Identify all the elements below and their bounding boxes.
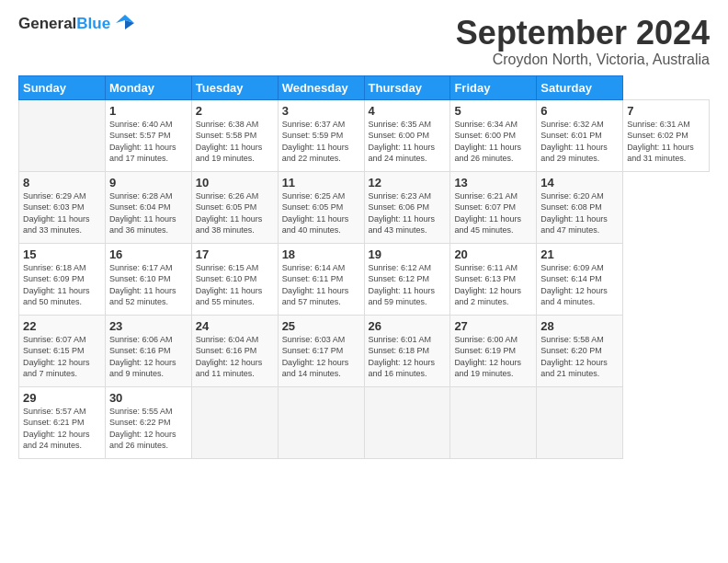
day-number: 11 [282,176,360,190]
day-number: 1 [109,104,188,118]
day-info: Sunrise: 6:15 AM Sunset: 6:10 PM Dayligh… [196,262,274,308]
day-info: Sunrise: 6:28 AM Sunset: 6:04 PM Dayligh… [109,190,188,236]
day-info: Sunrise: 6:31 AM Sunset: 6:02 PM Dayligh… [627,119,705,165]
calendar-subtitle: Croydon North, Victoria, Australia [456,52,710,68]
column-header-friday: Friday [450,75,537,99]
column-header-tuesday: Tuesday [191,75,278,99]
day-info: Sunrise: 6:12 AM Sunset: 6:12 PM Dayligh… [369,262,447,308]
calendar-day-11: 11Sunrise: 6:25 AM Sunset: 6:05 PM Dayli… [278,171,364,243]
day-number: 3 [282,104,360,118]
day-info: Sunrise: 6:17 AM Sunset: 6:10 PM Dayligh… [109,262,188,308]
calendar-day-8: 8Sunrise: 6:29 AM Sunset: 6:03 PM Daylig… [19,171,106,243]
day-number: 23 [109,319,188,333]
calendar-day-empty [191,386,278,458]
logo: GeneralBlue [18,15,138,33]
day-info: Sunrise: 6:38 AM Sunset: 5:58 PM Dayligh… [196,119,274,165]
calendar-table: SundayMondayTuesdayWednesdayThursdayFrid… [18,75,710,459]
day-info: Sunrise: 6:07 AM Sunset: 6:15 PM Dayligh… [23,334,101,380]
day-number: 6 [540,104,619,118]
calendar-day-6: 6Sunrise: 6:32 AM Sunset: 6:01 PM Daylig… [537,99,623,171]
day-number: 14 [540,176,619,190]
day-number: 8 [23,176,101,190]
day-number: 29 [23,391,101,405]
calendar-day-3: 3Sunrise: 6:37 AM Sunset: 5:59 PM Daylig… [278,99,364,171]
day-info: Sunrise: 6:11 AM Sunset: 6:13 PM Dayligh… [454,262,532,308]
column-header-sunday: Sunday [19,75,106,99]
calendar-day-21: 21Sunrise: 6:09 AM Sunset: 6:14 PM Dayli… [537,243,623,315]
calendar-day-18: 18Sunrise: 6:14 AM Sunset: 6:11 PM Dayli… [278,243,364,315]
calendar-day-empty [278,386,364,458]
calendar-day-27: 27Sunrise: 6:00 AM Sunset: 6:19 PM Dayli… [450,315,537,386]
calendar-week-2: 8Sunrise: 6:29 AM Sunset: 6:03 PM Daylig… [19,171,710,243]
empty-cell [19,99,106,171]
day-info: Sunrise: 6:04 AM Sunset: 6:16 PM Dayligh… [196,334,274,380]
header-area: GeneralBlue September 2024 Croydon North… [18,15,710,68]
calendar-day-12: 12Sunrise: 6:23 AM Sunset: 6:06 PM Dayli… [364,171,450,243]
day-info: Sunrise: 5:55 AM Sunset: 6:22 PM Dayligh… [109,406,188,452]
day-number: 9 [109,176,188,190]
day-info: Sunrise: 6:37 AM Sunset: 5:59 PM Dayligh… [282,119,360,165]
day-info: Sunrise: 6:01 AM Sunset: 6:18 PM Dayligh… [369,334,447,380]
day-info: Sunrise: 6:03 AM Sunset: 6:17 PM Dayligh… [282,334,360,380]
day-info: Sunrise: 5:57 AM Sunset: 6:21 PM Dayligh… [23,406,101,452]
day-number: 5 [454,104,532,118]
day-number: 2 [196,104,274,118]
calendar-day-29: 29Sunrise: 5:57 AM Sunset: 6:21 PM Dayli… [19,386,106,458]
calendar-day-9: 9Sunrise: 6:28 AM Sunset: 6:04 PM Daylig… [105,171,191,243]
calendar-day-24: 24Sunrise: 6:04 AM Sunset: 6:16 PM Dayli… [191,315,278,386]
day-number: 16 [109,247,188,261]
day-number: 19 [369,247,447,261]
calendar-day-10: 10Sunrise: 6:26 AM Sunset: 6:05 PM Dayli… [191,171,278,243]
day-info: Sunrise: 6:35 AM Sunset: 6:00 PM Dayligh… [369,119,447,165]
day-number: 27 [454,319,532,333]
day-info: Sunrise: 6:26 AM Sunset: 6:05 PM Dayligh… [196,190,274,236]
calendar-day-13: 13Sunrise: 6:21 AM Sunset: 6:07 PM Dayli… [450,171,537,243]
calendar-week-1: 1Sunrise: 6:40 AM Sunset: 5:57 PM Daylig… [19,99,710,171]
logo-text: GeneralBlue [18,15,110,33]
calendar-day-1: 1Sunrise: 6:40 AM Sunset: 5:57 PM Daylig… [105,99,191,171]
calendar-title: September 2024 [456,15,710,52]
day-info: Sunrise: 5:58 AM Sunset: 6:20 PM Dayligh… [540,334,619,380]
logo-bird-icon [112,13,138,33]
title-area: September 2024 Croydon North, Victoria, … [456,15,710,68]
day-number: 13 [454,176,532,190]
day-number: 17 [196,247,274,261]
day-number: 30 [109,391,188,405]
calendar-day-2: 2Sunrise: 6:38 AM Sunset: 5:58 PM Daylig… [191,99,278,171]
calendar-day-14: 14Sunrise: 6:20 AM Sunset: 6:08 PM Dayli… [537,171,623,243]
day-info: Sunrise: 6:21 AM Sunset: 6:07 PM Dayligh… [454,190,532,236]
day-info: Sunrise: 6:25 AM Sunset: 6:05 PM Dayligh… [282,190,360,236]
day-info: Sunrise: 6:09 AM Sunset: 6:14 PM Dayligh… [540,262,619,308]
day-number: 12 [369,176,447,190]
day-info: Sunrise: 6:20 AM Sunset: 6:08 PM Dayligh… [540,190,619,236]
day-info: Sunrise: 6:23 AM Sunset: 6:06 PM Dayligh… [369,190,447,236]
calendar-week-3: 15Sunrise: 6:18 AM Sunset: 6:09 PM Dayli… [19,243,710,315]
calendar-week-5: 29Sunrise: 5:57 AM Sunset: 6:21 PM Dayli… [19,386,710,458]
calendar-day-25: 25Sunrise: 6:03 AM Sunset: 6:17 PM Dayli… [278,315,364,386]
calendar-day-22: 22Sunrise: 6:07 AM Sunset: 6:15 PM Dayli… [19,315,106,386]
day-number: 20 [454,247,532,261]
day-number: 15 [23,247,101,261]
day-info: Sunrise: 6:06 AM Sunset: 6:16 PM Dayligh… [109,334,188,380]
day-number: 21 [540,247,619,261]
calendar-day-26: 26Sunrise: 6:01 AM Sunset: 6:18 PM Dayli… [364,315,450,386]
calendar-day-5: 5Sunrise: 6:34 AM Sunset: 6:00 PM Daylig… [450,99,537,171]
day-number: 4 [369,104,447,118]
calendar-week-4: 22Sunrise: 6:07 AM Sunset: 6:15 PM Dayli… [19,315,710,386]
day-number: 18 [282,247,360,261]
calendar-day-19: 19Sunrise: 6:12 AM Sunset: 6:12 PM Dayli… [364,243,450,315]
calendar-day-30: 30Sunrise: 5:55 AM Sunset: 6:22 PM Dayli… [105,386,191,458]
calendar-day-empty [364,386,450,458]
day-info: Sunrise: 6:40 AM Sunset: 5:57 PM Dayligh… [109,119,188,165]
day-info: Sunrise: 6:18 AM Sunset: 6:09 PM Dayligh… [23,262,101,308]
calendar-day-17: 17Sunrise: 6:15 AM Sunset: 6:10 PM Dayli… [191,243,278,315]
calendar-day-empty [450,386,537,458]
calendar-day-empty [537,386,623,458]
calendar-day-28: 28Sunrise: 5:58 AM Sunset: 6:20 PM Dayli… [537,315,623,386]
svg-marker-1 [125,20,134,29]
day-info: Sunrise: 6:14 AM Sunset: 6:11 PM Dayligh… [282,262,360,308]
day-number: 24 [196,319,274,333]
day-number: 7 [627,104,705,118]
calendar-page: GeneralBlue September 2024 Croydon North… [0,0,728,563]
calendar-day-4: 4Sunrise: 6:35 AM Sunset: 6:00 PM Daylig… [364,99,450,171]
